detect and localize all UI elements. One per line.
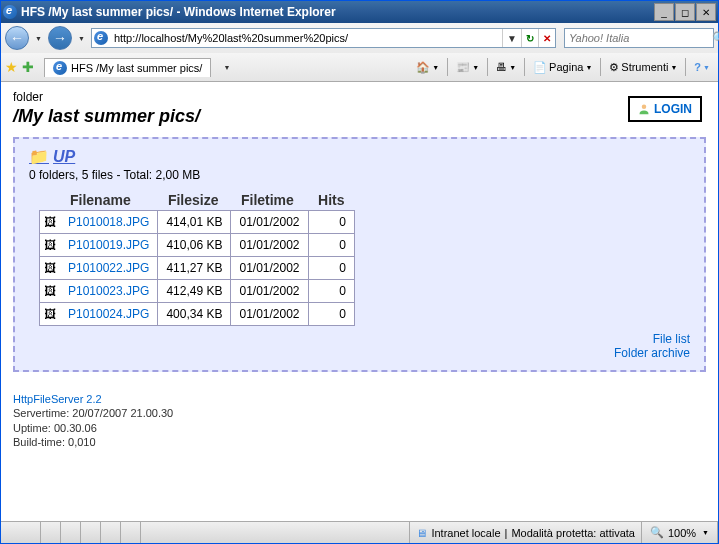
file-hits: 0 — [308, 211, 354, 234]
address-bar[interactable]: ▼ ↻ ✕ — [91, 28, 556, 48]
col-filesize: Filesize — [158, 190, 231, 211]
statusbar: 🖥 Intranet locale | Modalità protetta: a… — [1, 521, 718, 543]
file-link[interactable]: P1010023.JPG — [68, 284, 149, 298]
browser-tab[interactable]: HFS /My last summer pics/ — [44, 58, 211, 77]
folder-archive-link[interactable]: Folder archive — [29, 346, 690, 360]
refresh-button[interactable]: ↻ — [521, 29, 538, 47]
svg-point-0 — [642, 105, 647, 110]
tools-button[interactable]: ⚙ Strumenti ▼ — [605, 59, 681, 76]
col-hits: Hits — [308, 190, 354, 211]
forward-dropdown[interactable]: ▼ — [76, 35, 87, 42]
footer-info: HttpFileServer 2.2 Servertime: 20/07/200… — [13, 392, 706, 449]
folder-summary: 0 folders, 5 files - Total: 2,00 MB — [29, 168, 690, 182]
zoom-dropdown[interactable]: ▼ — [702, 529, 709, 536]
zoom-control[interactable]: 🔍 100% ▼ — [642, 522, 718, 543]
feeds-button[interactable]: 📰▼ — [452, 59, 483, 76]
back-dropdown[interactable]: ▼ — [33, 35, 44, 42]
file-icon: 🖼 — [40, 257, 61, 280]
page-title: /My last summer pics/ — [13, 106, 706, 127]
file-hits: 0 — [308, 257, 354, 280]
home-button[interactable]: 🏠▼ — [412, 59, 443, 76]
file-time: 01/01/2002 — [231, 257, 308, 280]
file-hits: 0 — [308, 303, 354, 326]
login-button[interactable]: LOGIN — [628, 96, 702, 122]
toolbar: ← ▼ → ▼ ▼ ↻ ✕ 🔍 ▼ ★ ✚ — [1, 23, 718, 82]
content-area: folder /My last summer pics/ LOGIN 📁 UP … — [1, 82, 718, 521]
table-row: 🖼P1010023.JPG412,49 KB01/01/20020 — [40, 280, 355, 303]
file-time: 01/01/2002 — [231, 211, 308, 234]
address-dropdown[interactable]: ▼ — [502, 29, 521, 47]
build-time: Build-time: 0,010 — [13, 435, 706, 449]
security-zone[interactable]: 🖥 Intranet locale | Modalità protetta: a… — [410, 522, 641, 543]
file-link[interactable]: P1010018.JPG — [68, 215, 149, 229]
file-icon: 🖼 — [40, 234, 61, 257]
window-title: HFS /My last summer pics/ - Windows Inte… — [21, 5, 653, 19]
file-size: 414,01 KB — [158, 211, 231, 234]
tab-favicon — [53, 61, 67, 75]
file-time: 01/01/2002 — [231, 234, 308, 257]
add-favorite-icon[interactable]: ✚ — [22, 59, 34, 75]
ie-icon — [3, 5, 17, 19]
help-button[interactable]: ?▼ — [690, 59, 714, 75]
servertime: Servertime: 20/07/2007 21.00.30 — [13, 406, 706, 420]
stop-button[interactable]: ✕ — [538, 29, 555, 47]
file-size: 411,27 KB — [158, 257, 231, 280]
table-row: 🖼P1010018.JPG414,01 KB01/01/20020 — [40, 211, 355, 234]
favorites-icon[interactable]: ★ — [5, 59, 18, 75]
col-filename: Filename — [60, 190, 158, 211]
tab-list-dropdown[interactable]: ▼ — [221, 64, 232, 71]
table-row: 🖼P1010024.JPG400,34 KB01/01/20020 — [40, 303, 355, 326]
col-filetime: Filetime — [231, 190, 308, 211]
tab-title: HFS /My last summer pics/ — [71, 62, 202, 74]
file-icon: 🖼 — [40, 280, 61, 303]
close-button[interactable]: ✕ — [696, 3, 716, 21]
folder-label: folder — [13, 90, 706, 104]
hfs-version[interactable]: HttpFileServer 2.2 — [13, 392, 706, 406]
zoom-icon: 🔍 — [650, 526, 664, 539]
up-icon: 📁 — [29, 147, 49, 166]
file-link[interactable]: P1010024.JPG — [68, 307, 149, 321]
file-hits: 0 — [308, 234, 354, 257]
search-button[interactable]: 🔍 — [712, 31, 719, 45]
page-button[interactable]: 📄 Pagina ▼ — [529, 59, 596, 76]
file-listing-box: 📁 UP 0 folders, 5 files - Total: 2,00 MB… — [13, 137, 706, 372]
file-size: 412,49 KB — [158, 280, 231, 303]
table-row: 🖼P1010019.JPG410,06 KB01/01/20020 — [40, 234, 355, 257]
search-box[interactable]: 🔍 ▼ — [564, 28, 714, 48]
maximize-button[interactable]: ◻ — [675, 3, 695, 21]
forward-button[interactable]: → — [48, 26, 72, 50]
file-link[interactable]: P1010022.JPG — [68, 261, 149, 275]
minimize-button[interactable]: _ — [654, 3, 674, 21]
uptime: Uptime: 00.30.06 — [13, 421, 706, 435]
file-size: 400,34 KB — [158, 303, 231, 326]
file-time: 01/01/2002 — [231, 303, 308, 326]
file-icon: 🖼 — [40, 303, 61, 326]
file-size: 410,06 KB — [158, 234, 231, 257]
table-row: 🖼P1010022.JPG411,27 KB01/01/20020 — [40, 257, 355, 280]
back-button[interactable]: ← — [5, 26, 29, 50]
print-button[interactable]: 🖶▼ — [492, 59, 520, 75]
file-table: Filename Filesize Filetime Hits 🖼P101001… — [39, 190, 355, 326]
titlebar[interactable]: HFS /My last summer pics/ - Windows Inte… — [1, 1, 718, 23]
search-input[interactable] — [565, 32, 712, 44]
file-time: 01/01/2002 — [231, 280, 308, 303]
up-link[interactable]: 📁 UP — [29, 147, 690, 166]
file-link[interactable]: P1010019.JPG — [68, 238, 149, 252]
address-input[interactable] — [112, 32, 502, 44]
user-icon — [638, 103, 650, 115]
page-icon — [94, 31, 108, 45]
zone-icon: 🖥 — [416, 527, 427, 539]
file-list-link[interactable]: File list — [29, 332, 690, 346]
file-hits: 0 — [308, 280, 354, 303]
window: HFS /My last summer pics/ - Windows Inte… — [0, 0, 719, 544]
file-icon: 🖼 — [40, 211, 61, 234]
